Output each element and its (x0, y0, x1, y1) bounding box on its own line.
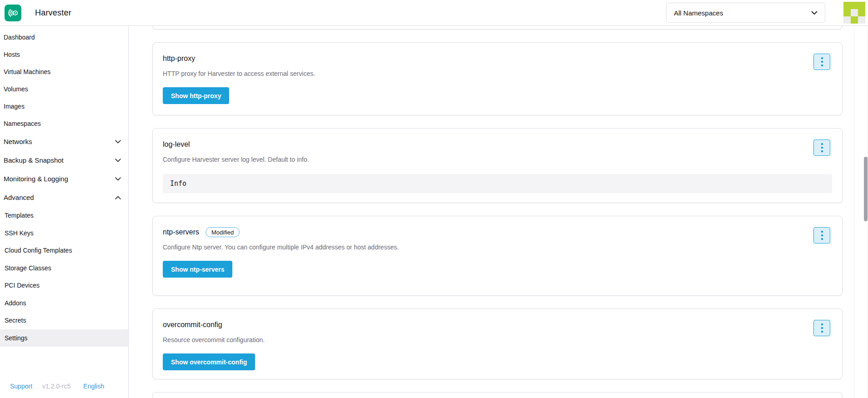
vertical-dots-icon (821, 57, 823, 59)
sidebar-item-label: Namespaces (4, 120, 41, 127)
scrollbar-track[interactable] (854, 26, 868, 398)
page-title: Harvester (35, 0, 71, 26)
support-link[interactable]: Support (10, 383, 32, 390)
modified-badge: Modified (206, 227, 240, 237)
chevron-down-icon (115, 177, 121, 181)
sidebar-group-advanced[interactable]: Advanced (0, 188, 128, 207)
card-actions-menu-button[interactable] (813, 227, 830, 244)
sidebar-group-monitoring-logging[interactable]: Monitoring & Logging (0, 169, 128, 188)
sidebar-item-virtual-machines[interactable]: Virtual Machines (0, 63, 128, 80)
show-http-proxy-button[interactable]: Show http-proxy (163, 87, 229, 104)
vertical-dots-icon (821, 327, 823, 329)
harvester-logo-icon[interactable] (5, 5, 21, 21)
sidebar-item-namespaces[interactable]: Namespaces (0, 115, 128, 132)
vertical-dots-icon (821, 147, 823, 149)
setting-name: ntp-servers (163, 227, 199, 237)
setting-description: Resource overcommit configuration. (163, 335, 832, 344)
setting-description: HTTP proxy for Harvester to access exter… (163, 69, 832, 78)
vertical-dots-icon (821, 150, 823, 152)
namespace-select[interactable]: All Namespaces (666, 3, 825, 23)
vertical-dots-icon (821, 238, 823, 240)
sidebar-footer: Support v1.2.0-rc5 English (0, 383, 128, 390)
sidebar-item-ssh-keys[interactable]: SSH Keys (0, 224, 128, 242)
card-actions-menu-button[interactable] (813, 139, 830, 156)
identicon-cell (843, 9, 851, 16)
sidebar-item-label: Settings (5, 334, 28, 342)
card-actions-menu-button[interactable] (813, 320, 830, 336)
setting-value-code-block: Info (163, 174, 832, 193)
sidebar-item-dashboard[interactable]: Dashboard (0, 29, 128, 46)
chevron-down-icon (115, 140, 121, 144)
chevron-down-icon (115, 159, 121, 162)
identicon-cell (858, 2, 865, 9)
sidebar-item-images[interactable]: Images (0, 98, 128, 115)
vertical-dots-icon (821, 331, 823, 333)
card-partial-bottom (152, 392, 843, 398)
namespace-select-value: All Namespaces (674, 9, 723, 17)
identicon-cell (843, 2, 851, 9)
sidebar-item-label: SSH Keys (5, 229, 34, 237)
sidebar-item-label: Secrets (5, 317, 26, 324)
setting-name: http-proxy (163, 54, 195, 64)
sidebar-item-label: Volumes (4, 85, 28, 93)
scrollbar-thumb[interactable] (864, 157, 868, 221)
identicon-cell (851, 16, 858, 24)
sidebar-item-hosts[interactable]: Hosts (0, 46, 128, 63)
sidebar-item-secrets[interactable]: Secrets (0, 312, 128, 329)
setting-card-overcommit-config: overcommit-config Resource overcommit co… (152, 308, 843, 379)
vertical-dots-icon (821, 231, 823, 233)
user-avatar[interactable] (843, 2, 865, 24)
vertical-dots-icon (821, 234, 823, 236)
card-actions-menu-button[interactable] (813, 54, 830, 70)
sidebar-item-label: Images (4, 103, 25, 110)
sidebar-item-label: Cloud Config Templates (5, 247, 72, 254)
identicon-cell (851, 2, 858, 9)
vertical-dots-icon (821, 143, 823, 145)
sidebar-group-label: Advanced (4, 194, 34, 201)
sidebar-nav: Dashboard Hosts Virtual Machines Volumes… (0, 26, 129, 398)
vertical-dots-icon (821, 65, 823, 66)
setting-description: Configure Ntp server. You can configure … (163, 243, 832, 252)
sidebar-item-label: Dashboard (4, 34, 35, 41)
identicon-cell (851, 9, 858, 16)
vertical-dots-icon (821, 61, 823, 63)
sidebar-item-templates[interactable]: Templates (0, 207, 128, 224)
sidebar-item-label: Virtual Machines (4, 68, 50, 75)
sidebar-item-label: PCI Devices (5, 282, 40, 289)
top-header: Harvester All Namespaces (0, 0, 868, 26)
sidebar-item-volumes[interactable]: Volumes (0, 80, 128, 98)
show-overcommit-config-button[interactable]: Show overcommit-config (163, 353, 255, 370)
sidebar-group-label: Monitoring & Logging (4, 175, 68, 183)
sidebar-item-pci-devices[interactable]: PCI Devices (0, 277, 128, 294)
sidebar-item-cloud-config-templates[interactable]: Cloud Config Templates (0, 242, 128, 259)
language-link[interactable]: English (83, 383, 104, 390)
sidebar-group-label: Networks (4, 138, 32, 145)
sidebar-list: Dashboard Hosts Virtual Machines Volumes… (0, 26, 128, 347)
sidebar-item-label: Templates (5, 212, 34, 219)
sidebar-item-addons[interactable]: Addons (0, 294, 128, 312)
setting-card-log-level: log-level Configure Harvester server log… (152, 128, 843, 203)
sidebar-item-storage-classes[interactable]: Storage Classes (0, 259, 128, 277)
show-ntp-servers-button[interactable]: Show ntp-servers (163, 261, 232, 278)
identicon-cell (843, 16, 851, 24)
setting-card-ntp-servers: ntp-servers Modified Configure Ntp serve… (152, 216, 843, 296)
sidebar-group-backup-snapshot[interactable]: Backup & Snapshot (0, 151, 128, 169)
setting-description: Configure Harvester server log level. De… (163, 155, 832, 164)
identicon-cell (858, 16, 865, 24)
sidebar-item-label: Addons (5, 299, 26, 307)
vertical-dots-icon (821, 323, 823, 325)
chevron-down-icon (811, 11, 818, 15)
sidebar-item-label: Hosts (4, 51, 20, 58)
version-label: v1.2.0-rc5 (42, 383, 70, 390)
sidebar-item-label: Storage Classes (5, 264, 51, 272)
setting-name: overcommit-config (163, 320, 222, 330)
identicon-cell (858, 9, 865, 16)
setting-card-http-proxy: http-proxy HTTP proxy for Harvester to a… (152, 42, 843, 115)
sidebar-item-settings[interactable]: Settings (0, 329, 128, 347)
setting-name: log-level (163, 139, 190, 149)
sidebar-group-label: Backup & Snapshot (4, 156, 64, 164)
sidebar-group-networks[interactable]: Networks (0, 132, 128, 151)
chevron-up-icon (115, 196, 121, 199)
